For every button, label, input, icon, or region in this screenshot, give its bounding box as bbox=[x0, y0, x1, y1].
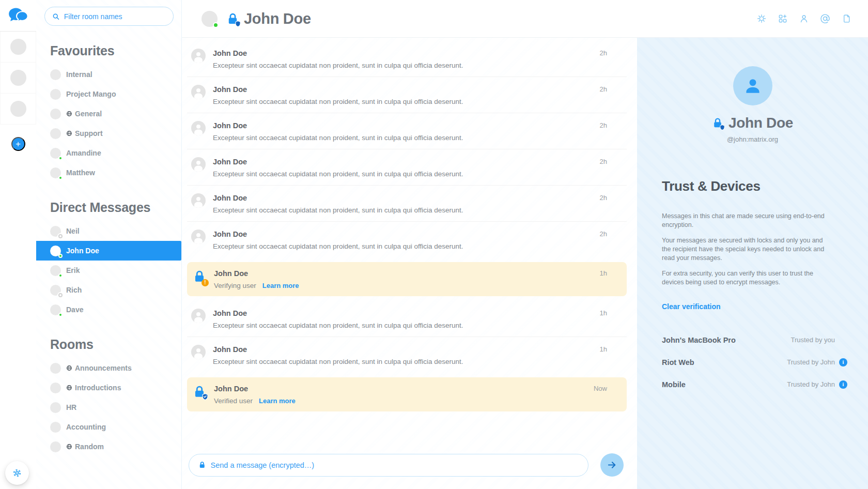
sidebar-item-neil[interactable]: Neil bbox=[36, 221, 181, 241]
device-name: John's MacBook Pro bbox=[662, 336, 736, 344]
trust-paragraph: For extra security, you can verify this … bbox=[662, 269, 832, 287]
files-icon[interactable] bbox=[839, 11, 854, 26]
message-input[interactable] bbox=[211, 461, 579, 469]
shield-badge-icon bbox=[720, 125, 725, 130]
chat-bubbles-icon bbox=[7, 7, 29, 24]
rail-room-slot[interactable] bbox=[0, 32, 36, 63]
sidebar-item-hr[interactable]: HR bbox=[36, 398, 181, 417]
room-name: Accounting bbox=[66, 423, 106, 431]
verification-event-row[interactable]: ! John Doe Verifying user Learn more 1h bbox=[187, 262, 627, 296]
message-row[interactable]: John Doe Excepteur sint occaecat cupidat… bbox=[187, 41, 627, 77]
sidebar-item-internal[interactable]: Internal bbox=[36, 65, 181, 84]
room-avatar bbox=[50, 402, 61, 413]
clear-verification-link[interactable]: Clear verification bbox=[662, 302, 721, 311]
room-name: Rich bbox=[66, 286, 82, 294]
verified-badge-icon bbox=[202, 393, 208, 400]
sender-avatar bbox=[191, 345, 206, 359]
section-heading: Rooms bbox=[50, 337, 181, 352]
sidebar-item-support[interactable]: Support bbox=[36, 124, 181, 143]
device-row[interactable]: Riot Web Trusted by John i bbox=[662, 351, 847, 373]
presence-dot bbox=[58, 254, 63, 258]
app: { "app": { "accent": "#2196f3", "highlig… bbox=[0, 0, 868, 489]
sidebar-item-john-doe[interactable]: John Doe bbox=[34, 241, 181, 261]
person-icon bbox=[191, 49, 206, 63]
room-name: Neil bbox=[66, 227, 80, 235]
rail-room-slot[interactable] bbox=[0, 94, 36, 125]
sidebar-item-announcements[interactable]: Announcements bbox=[36, 358, 181, 378]
message-text: Excepteur sint occaecat cupidatat non pr… bbox=[213, 170, 463, 178]
integrations-icon[interactable] bbox=[775, 11, 791, 26]
sidebar-item-erik[interactable]: Erik bbox=[36, 261, 181, 280]
chat-avatar bbox=[202, 11, 218, 27]
globe-icon bbox=[66, 365, 72, 371]
message-row[interactable]: John Doe Excepteur sint occaecat cupidat… bbox=[187, 337, 627, 373]
trust-paragraph: Messages in this chat are made secure us… bbox=[662, 212, 832, 230]
room-name: Introductions bbox=[75, 384, 121, 392]
room-name: Matthew bbox=[66, 169, 95, 177]
filter-rooms-input[interactable] bbox=[64, 12, 166, 21]
composer bbox=[189, 453, 624, 477]
send-button[interactable] bbox=[600, 453, 624, 477]
search-icon bbox=[52, 12, 59, 21]
sidebar-item-random[interactable]: Random bbox=[36, 437, 181, 456]
learn-more-link[interactable]: Learn more bbox=[262, 282, 299, 289]
sidebar-item-general[interactable]: General bbox=[36, 104, 181, 124]
room-name: HR bbox=[66, 403, 76, 411]
sidebar-item-amandine[interactable]: Amandine bbox=[36, 143, 181, 163]
info-icon[interactable]: i bbox=[839, 380, 847, 389]
room-name: Erik bbox=[66, 266, 80, 274]
sender-avatar bbox=[191, 49, 206, 63]
learn-more-link[interactable]: Learn more bbox=[259, 397, 296, 405]
person-icon bbox=[191, 193, 206, 208]
mentions-icon[interactable] bbox=[817, 11, 833, 26]
device-name: Mobile bbox=[662, 380, 686, 389]
sidebar-item-rich[interactable]: Rich bbox=[36, 280, 181, 300]
icon-rail: + bbox=[0, 0, 36, 489]
sidebar-item-dave[interactable]: Dave bbox=[36, 300, 181, 319]
members-icon[interactable] bbox=[796, 11, 812, 26]
globe-icon bbox=[66, 385, 72, 391]
verification-event-row[interactable]: John Doe Verified user Learn more Now bbox=[187, 377, 627, 411]
device-trust-status: Trusted by John bbox=[787, 358, 835, 366]
room-avatar bbox=[50, 69, 61, 80]
device-row[interactable]: Mobile Trusted by John i bbox=[662, 373, 847, 395]
message-input-box[interactable] bbox=[189, 454, 588, 477]
room-name: General bbox=[75, 110, 102, 118]
send-arrow-icon bbox=[607, 460, 617, 470]
message-row[interactable]: John Doe Excepteur sint occaecat cupidat… bbox=[187, 149, 627, 186]
message-row[interactable]: John Doe Excepteur sint occaecat cupidat… bbox=[187, 113, 627, 149]
avatar bbox=[10, 39, 26, 55]
profile-avatar bbox=[733, 66, 772, 105]
message-row[interactable]: John Doe Excepteur sint occaecat cupidat… bbox=[187, 301, 627, 337]
message-row[interactable]: John Doe Excepteur sint occaecat cupidat… bbox=[187, 222, 627, 257]
filter-box[interactable] bbox=[44, 7, 174, 26]
sidebar-item-project-mango[interactable]: Project Mango bbox=[36, 84, 181, 104]
rail-room-slot[interactable] bbox=[0, 63, 36, 94]
sidebar-item-introductions[interactable]: Introductions bbox=[36, 378, 181, 398]
sender-avatar bbox=[191, 157, 206, 172]
sender-name: John Doe bbox=[213, 121, 463, 130]
message-row[interactable]: John Doe Excepteur sint occaecat cupidat… bbox=[187, 77, 627, 113]
section-heading: Favourites bbox=[50, 43, 181, 58]
add-room-button[interactable]: + bbox=[11, 137, 25, 151]
person-icon bbox=[191, 345, 206, 359]
sidebar-item-matthew[interactable]: Matthew bbox=[36, 163, 181, 182]
device-row[interactable]: John's MacBook Pro Trusted by you i bbox=[662, 329, 847, 351]
verification-status-text: Verifying user bbox=[214, 282, 256, 289]
info-icon[interactable]: i bbox=[839, 358, 847, 366]
settings-fab[interactable] bbox=[5, 461, 29, 485]
room-settings-icon[interactable] bbox=[754, 11, 769, 26]
room-avatar bbox=[50, 285, 61, 296]
message-text: Excepteur sint occaecat cupidatat non pr… bbox=[213, 98, 463, 105]
message-row[interactable]: John Doe Excepteur sint occaecat cupidat… bbox=[187, 186, 627, 222]
profile-name: John Doe bbox=[729, 115, 793, 131]
room-avatar bbox=[50, 148, 61, 159]
sidebar-item-accounting[interactable]: Accounting bbox=[36, 417, 181, 437]
room-sidebar: Favourites Internal Project Mango Genera… bbox=[36, 0, 182, 489]
app-logo[interactable] bbox=[0, 0, 36, 32]
room-name: John Doe bbox=[66, 247, 99, 255]
person-icon bbox=[742, 75, 764, 97]
verification-status-text: Verified user bbox=[214, 397, 253, 405]
room-avatar bbox=[50, 363, 61, 374]
message-text: Excepteur sint occaecat cupidatat non pr… bbox=[213, 206, 463, 214]
